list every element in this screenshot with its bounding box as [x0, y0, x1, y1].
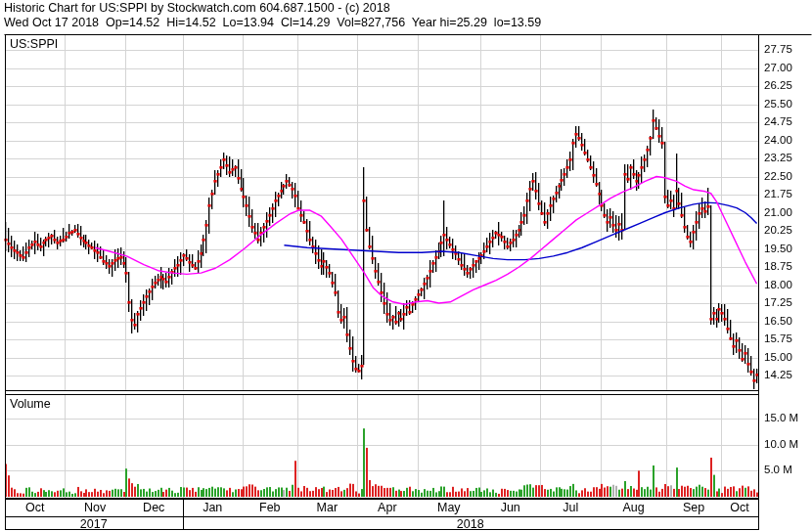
year-axis-label: 2018: [441, 517, 500, 531]
price-tick-label: 26.25: [764, 79, 792, 91]
price-tick-label: 27.00: [764, 62, 792, 73]
month-axis-label: Dec: [131, 501, 176, 514]
price-tick-label: 22.50: [764, 170, 792, 182]
price-tick-label: 20.25: [764, 224, 792, 236]
month-axis-label: Jan: [190, 501, 235, 514]
volume-tick-label: 15.0 M: [764, 412, 798, 423]
price-tick-label: 19.50: [764, 243, 792, 254]
year-axis-label: 2017: [65, 517, 123, 531]
price-tick-label: 14.25: [764, 369, 792, 380]
price-tick-label: 21.00: [764, 206, 792, 218]
price-tick-label: 15.00: [764, 351, 792, 363]
month-axis-label: Jun: [488, 501, 533, 514]
price-volume-chart-canvas: [0, 0, 812, 531]
price-tick-label: 24.75: [764, 115, 792, 127]
symbol-label: US:SPPI: [10, 37, 58, 51]
month-axis-label: Feb: [248, 501, 293, 514]
price-tick-label: 23.25: [764, 152, 792, 163]
month-axis-label: May: [427, 501, 472, 514]
month-axis-label: Aug: [611, 501, 656, 514]
month-axis-label: Nov: [72, 501, 117, 514]
volume-tick-label: 10.0 M: [764, 438, 798, 450]
month-axis-label: Oct: [13, 501, 58, 514]
price-tick-label: 24.00: [764, 134, 792, 146]
price-tick-label: 18.75: [764, 260, 792, 272]
month-axis-label: Apr: [365, 501, 410, 514]
price-tick-label: 17.25: [764, 296, 792, 308]
stockwatch-historic-chart-page: Historic Chart for US:SPPI by Stockwatch…: [0, 0, 812, 531]
quote-summary-line: Wed Oct 17 2018 Op=14.52 Hi=14.52 Lo=13.…: [4, 16, 541, 29]
price-tick-label: 18.00: [764, 279, 792, 290]
month-axis-label: Mar: [304, 501, 349, 514]
price-tick-label: 25.50: [764, 98, 792, 110]
month-axis-label: Oct: [717, 501, 762, 514]
price-tick-label: 21.75: [764, 188, 792, 199]
month-axis-label: Sep: [671, 501, 716, 514]
month-axis-label: Jul: [548, 501, 593, 514]
price-tick-label: 27.75: [764, 43, 792, 55]
price-tick-label: 16.50: [764, 315, 792, 327]
volume-panel-label: Volume: [10, 397, 51, 411]
volume-tick-label: 5.0 M: [764, 464, 792, 475]
price-tick-label: 15.75: [764, 332, 792, 344]
chart-title-line: Historic Chart for US:SPPI by Stockwatch…: [4, 1, 390, 15]
